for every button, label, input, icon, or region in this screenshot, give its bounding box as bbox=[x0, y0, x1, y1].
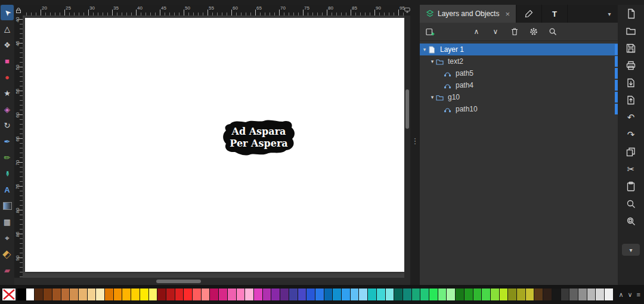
palette-scroll-up-icon[interactable]: ∧ bbox=[618, 291, 623, 299]
vertical-scrollbar-thumb[interactable] bbox=[405, 89, 409, 129]
close-tab-icon[interactable]: × bbox=[505, 10, 510, 18]
color-swatch[interactable] bbox=[412, 289, 420, 300]
color-swatch[interactable] bbox=[105, 289, 113, 300]
color-swatch[interactable] bbox=[289, 289, 298, 300]
move-down-button[interactable]: ∨ bbox=[490, 26, 501, 37]
open-document-button[interactable] bbox=[622, 22, 640, 39]
color-tag[interactable] bbox=[615, 104, 618, 114]
command-bar-expand-button[interactable]: ▾ bbox=[622, 244, 640, 256]
color-tag[interactable] bbox=[615, 56, 618, 67]
color-swatch[interactable] bbox=[306, 289, 315, 300]
color-swatch[interactable] bbox=[166, 289, 175, 300]
box-3d-tool[interactable]: ◈ bbox=[1, 101, 14, 117]
color-swatch[interactable] bbox=[561, 289, 569, 300]
color-swatch[interactable] bbox=[280, 289, 289, 300]
ruler-corner-right[interactable] bbox=[404, 5, 410, 15]
color-swatch[interactable] bbox=[263, 289, 271, 300]
vertical-scrollbar[interactable] bbox=[404, 15, 410, 278]
color-swatch[interactable] bbox=[131, 289, 140, 300]
color-swatch[interactable] bbox=[517, 289, 525, 300]
zoom-selection-button[interactable] bbox=[622, 212, 640, 229]
panel-resize-divider[interactable]: ⋮ bbox=[410, 5, 420, 285]
color-tag[interactable] bbox=[615, 92, 618, 103]
color-swatch[interactable] bbox=[359, 289, 367, 300]
sticker-object[interactable]: Ad Aspara Per Aspera bbox=[221, 118, 297, 157]
color-swatch[interactable] bbox=[368, 289, 376, 300]
color-swatch[interactable] bbox=[44, 289, 52, 300]
cut-button[interactable]: ✂ bbox=[622, 160, 640, 178]
color-tag[interactable] bbox=[615, 44, 618, 55]
color-swatch[interactable] bbox=[569, 289, 578, 300]
color-swatch[interactable] bbox=[175, 289, 184, 300]
paint-bucket-tool[interactable]: ◧ bbox=[1, 246, 14, 262]
print-document-button[interactable] bbox=[622, 57, 640, 74]
color-swatch[interactable] bbox=[96, 289, 104, 300]
color-swatch[interactable] bbox=[429, 289, 438, 300]
paste-button[interactable] bbox=[622, 178, 640, 195]
palette-scroll-down-icon[interactable]: ∨ bbox=[628, 291, 633, 299]
mesh-gradient-tool[interactable]: ▦ bbox=[1, 214, 14, 229]
color-swatch[interactable] bbox=[587, 289, 596, 300]
color-swatch[interactable] bbox=[534, 289, 543, 300]
color-swatch[interactable] bbox=[245, 289, 253, 300]
color-swatch[interactable] bbox=[482, 289, 490, 300]
move-up-button[interactable]: ∧ bbox=[471, 26, 482, 37]
color-swatch[interactable] bbox=[70, 289, 78, 300]
ellipse-tool[interactable]: ● bbox=[1, 69, 14, 85]
expand-chevron-icon[interactable]: ▾ bbox=[429, 94, 436, 100]
selector-tool[interactable]: ➤ bbox=[1, 5, 14, 20]
color-swatch[interactable] bbox=[114, 289, 122, 300]
new-document-button[interactable] bbox=[622, 5, 640, 22]
vertical-ruler[interactable]: 4045505560657075808590 bbox=[14, 15, 23, 278]
color-swatch[interactable] bbox=[228, 289, 236, 300]
zoom-drawing-button[interactable] bbox=[622, 195, 640, 212]
color-swatch[interactable] bbox=[35, 289, 43, 300]
color-swatch[interactable] bbox=[315, 289, 324, 300]
horizontal-scrollbar-thumb[interactable] bbox=[156, 280, 201, 283]
color-swatch[interactable] bbox=[438, 289, 447, 300]
search-button[interactable] bbox=[547, 26, 558, 37]
color-swatch[interactable] bbox=[79, 289, 87, 300]
layer-row-layer-1[interactable]: ▾Layer 1 bbox=[420, 44, 618, 55]
ruler-corner[interactable] bbox=[14, 5, 23, 15]
color-swatch[interactable] bbox=[237, 289, 245, 300]
document-page[interactable] bbox=[25, 18, 404, 272]
color-swatch[interactable] bbox=[324, 289, 333, 300]
duplicate-button[interactable] bbox=[622, 143, 640, 160]
canvas[interactable]: Ad Aspara Per Aspera bbox=[23, 15, 404, 278]
pencil-tool[interactable]: ✏ bbox=[1, 150, 14, 165]
expand-chevron-icon[interactable]: ▾ bbox=[429, 58, 436, 64]
color-swatch[interactable] bbox=[52, 289, 61, 300]
color-swatch[interactable] bbox=[333, 289, 341, 300]
color-swatch[interactable] bbox=[447, 289, 455, 300]
star-tool[interactable]: ★ bbox=[1, 85, 14, 101]
undo-button[interactable]: ↶ bbox=[622, 108, 640, 126]
redo-button[interactable]: ↷ bbox=[622, 126, 640, 143]
import-button[interactable] bbox=[622, 74, 640, 91]
color-swatch[interactable] bbox=[342, 289, 350, 300]
text-tool[interactable]: A bbox=[1, 182, 14, 197]
color-swatch[interactable] bbox=[140, 289, 148, 300]
color-swatch[interactable] bbox=[578, 289, 587, 300]
color-swatch[interactable] bbox=[202, 289, 210, 300]
eraser-tool[interactable]: ▰ bbox=[1, 262, 14, 278]
color-swatch[interactable] bbox=[219, 289, 227, 300]
color-swatch[interactable] bbox=[456, 289, 464, 300]
palette-menu-icon[interactable]: ≡ bbox=[637, 291, 640, 298]
color-swatch[interactable] bbox=[500, 289, 508, 300]
color-swatch[interactable] bbox=[605, 289, 613, 300]
dropper-tool[interactable]: ⌖ bbox=[1, 230, 14, 246]
tab-pen-dialog[interactable] bbox=[516, 5, 542, 23]
color-swatch[interactable] bbox=[473, 289, 482, 300]
color-swatch[interactable] bbox=[403, 289, 411, 300]
tab-overflow-chevron-icon[interactable]: ▾ bbox=[601, 5, 618, 23]
color-swatch[interactable] bbox=[149, 289, 157, 300]
color-swatch[interactable] bbox=[26, 289, 35, 300]
color-swatch[interactable] bbox=[465, 289, 473, 300]
color-swatch[interactable] bbox=[193, 289, 201, 300]
color-swatch[interactable] bbox=[210, 289, 218, 300]
color-swatch[interactable] bbox=[526, 289, 534, 300]
color-tag[interactable] bbox=[615, 80, 618, 91]
object-row-path5[interactable]: path5 bbox=[420, 67, 618, 79]
spiral-tool[interactable]: ↻ bbox=[1, 117, 14, 133]
